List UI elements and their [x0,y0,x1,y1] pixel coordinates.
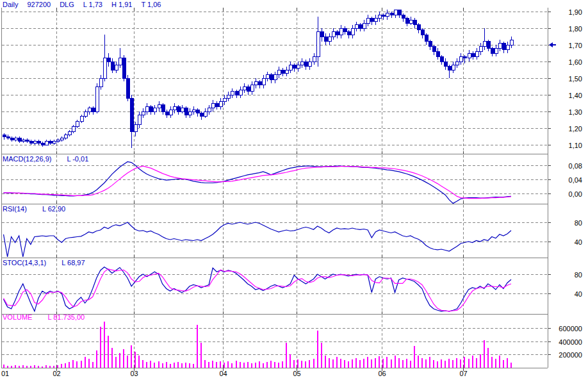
chart-canvas[interactable]: 1,901,801,701,601,501,401,301,201,100,08… [0,0,588,378]
svg-text:03: 03 [130,370,138,377]
rsi-indicator-value: L 62,90 [42,205,65,213]
instrument-code: 927200 [27,1,51,8]
svg-text:05: 05 [293,370,300,377]
timeframe-label: Daily [3,1,18,8]
rsi-indicator-name: RSI(14) [3,205,27,213]
price-panel-header: Daily 927200 DLG L 1,73 H 1,91 T 1,06 [3,1,161,8]
last-price-label: L 1,73 [83,1,102,8]
svg-text:1,50: 1,50 [569,75,582,83]
macd-indicator-name: MACD(12,26,9) [3,155,51,163]
svg-text:04: 04 [219,370,227,377]
macd-indicator-value: L -0,01 [67,155,88,163]
svg-text:0,08: 0,08 [569,162,582,170]
svg-text:1,40: 1,40 [569,92,582,99]
svg-text:02: 02 [53,370,60,377]
volume-panel-label: VOLUME L 81.735,00 [3,313,85,321]
svg-text:40: 40 [575,238,582,246]
svg-text:07: 07 [459,370,467,377]
high-price-label: H 1,91 [111,1,132,8]
turnover-label: T 1,06 [141,1,161,8]
chart-window: Daily 927200 DLG L 1,73 H 1,91 T 1,06 MA… [0,0,588,378]
svg-text:1,10: 1,10 [569,142,582,149]
svg-text:400000: 400000 [559,338,582,346]
svg-text:1,80: 1,80 [569,25,582,33]
svg-text:1,70: 1,70 [569,42,582,49]
instrument-symbol: DLG [60,1,74,8]
svg-text:40: 40 [575,290,582,298]
svg-text:80: 80 [575,219,582,227]
stoc-indicator-value: L 68,97 [61,259,85,267]
svg-text:0,04: 0,04 [569,176,582,184]
svg-text:1,30: 1,30 [569,108,582,116]
svg-text:200000: 200000 [559,351,582,359]
svg-text:0,00: 0,00 [569,190,582,198]
rsi-panel-label: RSI(14) L 62,90 [3,205,65,213]
stoc-indicator-name: STOC(14,3,1) [3,259,46,267]
svg-text:06: 06 [378,370,386,377]
chart-svg: 1,901,801,701,601,501,401,301,201,100,08… [0,0,588,378]
svg-text:600000: 600000 [559,325,582,333]
stoc-panel-label: STOC(14,3,1) L 68,97 [3,259,85,267]
svg-text:1,20: 1,20 [569,125,582,133]
macd-panel-label: MACD(12,26,9) L -0,01 [3,155,88,163]
svg-text:1,90: 1,90 [569,8,582,16]
volume-indicator-value: L 81.735,00 [47,313,85,321]
svg-text:01: 01 [1,370,9,377]
volume-indicator-name: VOLUME [3,313,32,321]
svg-text:80: 80 [575,271,582,279]
svg-text:1,60: 1,60 [569,58,582,66]
